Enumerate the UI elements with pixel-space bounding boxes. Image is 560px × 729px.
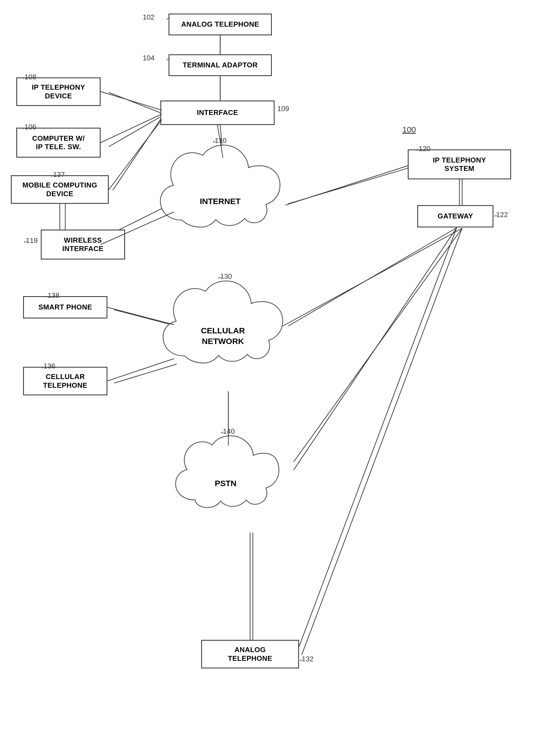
- svg-line-4: [113, 120, 160, 190]
- ref-104: 104: [143, 54, 154, 62]
- ref-109: 109: [277, 105, 289, 113]
- ref-130: 130: [220, 272, 232, 281]
- internet-cloud: INTERNET 110 ⌐: [155, 144, 285, 258]
- svg-line-2: [109, 92, 160, 113]
- mobile-computing-box: MOBILE COMPUTING DEVICE: [11, 175, 109, 204]
- terminal-adaptor-box: TERMINAL ADAPTOR: [169, 54, 272, 76]
- svg-line-32: [294, 228, 457, 470]
- ref-122: 122: [496, 211, 508, 219]
- smart-phone-box: SMART PHONE: [23, 296, 107, 319]
- interface-box: INTERFACE: [160, 101, 275, 125]
- diagram-ref-100: 100: [402, 125, 416, 134]
- ref-132: 132: [302, 655, 313, 663]
- ref-106: 106: [24, 123, 36, 131]
- svg-line-3: [109, 117, 160, 147]
- computer-ip-box: COMPUTER W/ IP TELE. SW.: [16, 128, 101, 158]
- svg-line-19: [101, 92, 162, 110]
- svg-line-14: [283, 228, 462, 326]
- ref-108: 108: [24, 73, 36, 81]
- ref-110: 110: [215, 136, 226, 145]
- ip-telephony-device-box: IP TELEPHONY DEVICE: [16, 77, 101, 106]
- ref-120: 120: [419, 145, 430, 153]
- svg-line-33: [299, 228, 457, 647]
- cellular-network-label: CELLULAR NETWORK: [190, 325, 256, 347]
- gateway-box: GATEWAY: [417, 205, 493, 228]
- internet-label: INTERNET: [200, 196, 241, 207]
- svg-line-31: [288, 228, 457, 326]
- svg-line-20: [101, 114, 162, 143]
- svg-line-16: [302, 228, 462, 655]
- ref-119: 119: [26, 236, 38, 245]
- pstn-label: PSTN: [215, 478, 237, 488]
- diagram-container: ANALOG TELEPHONE 102 ⌐ TERMINAL ADAPTOR …: [0, 0, 560, 729]
- svg-line-8: [288, 166, 416, 204]
- svg-line-25: [285, 166, 408, 205]
- wireless-interface-box: WIRELESS INTERFACE: [41, 230, 125, 260]
- analog-telephone-top-box: ANALOG TELEPHONE: [169, 14, 272, 35]
- ref-136: 136: [43, 362, 55, 370]
- ref-137: 137: [53, 170, 65, 179]
- ref-140: 140: [223, 427, 235, 435]
- cellular-network-cloud: CELLULAR NETWORK 130 ⌐: [158, 280, 288, 394]
- ref-102: 102: [143, 13, 154, 21]
- pstn-cloud: PSTN 140 ⌐: [171, 435, 280, 532]
- analog-telephone-bottom-box: ANALOG TELEPHONE: [201, 640, 299, 668]
- svg-line-15: [294, 228, 462, 462]
- ref-138: 138: [48, 291, 59, 300]
- ip-telephony-system-box: IP TELEPHONY SYSTEM: [408, 150, 511, 179]
- cellular-telephone-box: CELLULAR TELEPHONE: [23, 367, 107, 395]
- svg-line-21: [109, 120, 162, 190]
